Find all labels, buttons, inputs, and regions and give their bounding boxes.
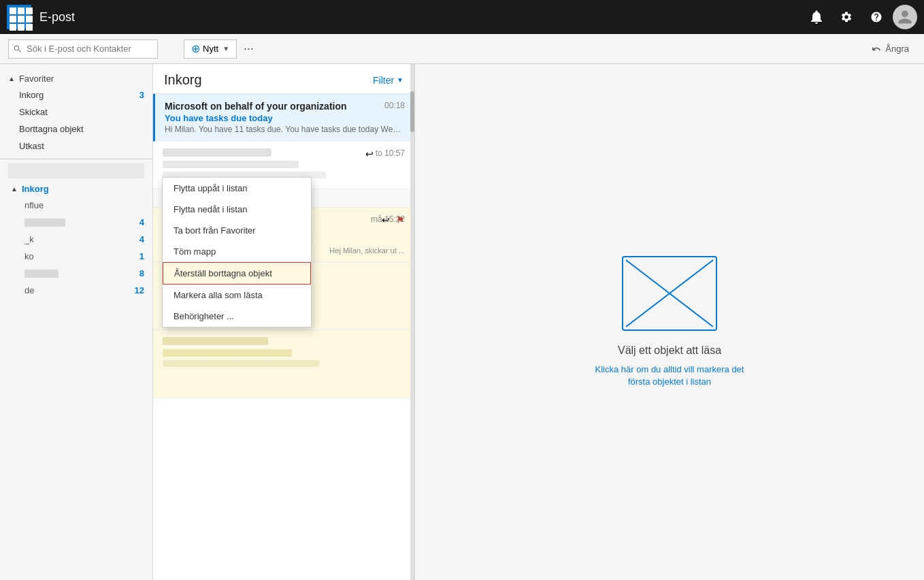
favorites-chevron: ▲	[8, 75, 15, 82]
undo-button[interactable]: Ångra	[865, 41, 916, 57]
sidebar: ▲ Favoriter Inkorg 3 Skickat Borttagna o…	[0, 64, 153, 580]
context-menu-item-1[interactable]: Flytta nedåt i listan	[163, 199, 311, 220]
toolbar: ⊕ Nytt ▼ ··· Ångra	[0, 34, 924, 64]
blurred-sender-2	[163, 148, 271, 157]
waffle-icon[interactable]	[7, 5, 31, 29]
inbox-chevron: ▲	[11, 185, 18, 193]
notification-button[interactable]	[803, 3, 830, 31]
app-title: E-post	[39, 10, 795, 25]
main-layout: ▲ Favoriter Inkorg 3 Skickat Borttagna o…	[0, 64, 924, 580]
context-menu-item-2[interactable]: Ta bort från Favoriter	[163, 220, 311, 241]
user-avatar[interactable]	[893, 5, 917, 29]
blurred-subitem-1[interactable]: 4	[0, 214, 152, 231]
sidebar-divider	[0, 159, 152, 159]
context-menu-item-6[interactable]: Behörigheter ...	[163, 306, 311, 327]
blurred-account	[8, 163, 144, 178]
reading-pane: Välj ett objekt att läsa Klicka här om d…	[415, 64, 924, 580]
email-time-2: to 10:57	[376, 148, 405, 158]
context-menu-item-5[interactable]: Markera alla som lästa	[163, 285, 311, 306]
email-preview-1: Hi Milan. You have 11 tasks due. You hav…	[165, 125, 405, 134]
blurred-subitem-de[interactable]: de 12	[0, 282, 152, 299]
context-menu-item-4[interactable]: Återställ borttagna objekt	[163, 262, 311, 285]
blurred-subitem-ko[interactable]: ko 1	[0, 248, 152, 265]
scrollbar-thumb[interactable]	[410, 91, 414, 132]
search-icon	[13, 44, 22, 54]
search-area[interactable]	[8, 39, 158, 59]
email-envelope-icon	[622, 256, 717, 331]
sidebar-item-inbox-favorites[interactable]: Inkorg 3	[0, 86, 152, 103]
favorites-section[interactable]: ▲ Favoriter	[0, 71, 152, 86]
reply-icon-2: ↩	[365, 148, 374, 159]
topbar: E-post	[0, 0, 924, 34]
blurred-subject-5	[163, 349, 292, 357]
email-list-header: Inkorg Filter ▼	[153, 64, 414, 94]
inbox-title: Inkorg	[164, 72, 202, 88]
sidebar-item-sent[interactable]: Skickat	[0, 103, 152, 120]
reading-pane-empty-title: Välj ett objekt att läsa	[618, 344, 721, 357]
filter-button[interactable]: Filter ▼	[373, 75, 403, 86]
sidebar-item-deleted[interactable]: Borttagna objekt	[0, 120, 152, 138]
inbox-subsection[interactable]: ▲ Inkorg	[0, 181, 152, 197]
scrollbar-track	[410, 64, 414, 580]
new-button[interactable]: ⊕ Nytt ▼	[184, 39, 237, 59]
undo-icon	[872, 44, 881, 54]
blurred-subitem-2[interactable]: 8	[0, 265, 152, 282]
email-time-1: 00:18	[384, 101, 405, 110]
help-button[interactable]	[863, 3, 890, 31]
more-button[interactable]: ···	[237, 39, 261, 59]
settings-button[interactable]	[833, 3, 860, 31]
email-item-5[interactable]	[153, 330, 414, 398]
email-sender-1: Microsoft on behalf of your organization	[165, 101, 405, 112]
context-menu-item-0[interactable]: Flytta uppåt i listan	[163, 178, 311, 199]
blurred-sender-5	[163, 337, 268, 345]
topbar-icons	[803, 3, 917, 31]
context-menu-item-3[interactable]: Töm mapp	[163, 241, 311, 262]
filter-chevron-icon: ▼	[397, 76, 403, 84]
email-subject-1: You have tasks due today	[165, 113, 405, 123]
search-input[interactable]	[27, 44, 135, 54]
blurred-subitem-k[interactable]: _k 4	[0, 231, 152, 248]
email-item-1[interactable]: Microsoft on behalf of your organization…	[153, 94, 414, 142]
blurred-preview-5	[163, 360, 319, 367]
blurred-subitem-nflue[interactable]: nflue	[0, 197, 152, 214]
context-menu: Flytta uppåt i listan Flytta nedåt i lis…	[162, 177, 312, 327]
reading-pane-link[interactable]: Klicka här om du alltid vill markera det…	[595, 364, 744, 388]
sidebar-item-drafts[interactable]: Utkast	[0, 138, 152, 155]
email-time-3: må 15:22	[371, 214, 405, 224]
blurred-subject-2	[163, 161, 299, 168]
